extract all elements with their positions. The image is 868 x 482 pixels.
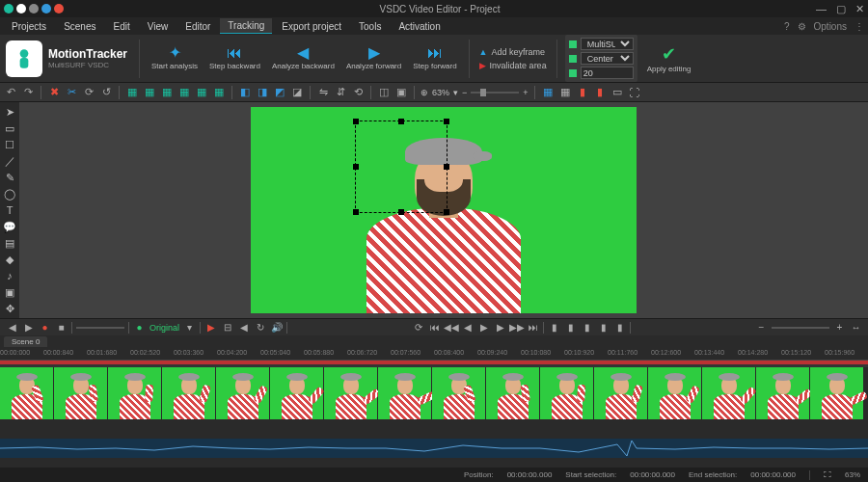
pb-play2-icon[interactable]: ▶	[477, 321, 490, 334]
zoom-in-icon[interactable]: +	[523, 88, 528, 97]
tl-fit-icon[interactable]: ↔	[850, 321, 862, 334]
shape-tool-icon[interactable]: ◆	[3, 253, 16, 266]
move-tool-icon[interactable]: ✥	[3, 302, 16, 315]
audio-tool-icon[interactable]: ♪	[3, 269, 16, 282]
menu-scenes[interactable]: Scenes	[56, 19, 103, 34]
pb-refresh-icon[interactable]: ⟳	[412, 321, 424, 334]
tooltip-tool-icon[interactable]: 💬	[3, 220, 16, 233]
crop-icon[interactable]: ◫	[377, 86, 391, 99]
pb-record-icon[interactable]: ●	[39, 321, 51, 334]
line-tool-icon[interactable]: ／	[3, 154, 16, 168]
pb-marker1-icon[interactable]: ▮	[548, 321, 560, 334]
cut-icon[interactable]: ✂	[65, 86, 78, 99]
pb-fwd-icon[interactable]: ▶	[494, 321, 506, 334]
pen-tool-icon[interactable]: ✎	[3, 171, 16, 184]
bring-front-icon[interactable]: ◩	[273, 86, 286, 99]
menu-tracking[interactable]: Tracking	[220, 18, 272, 34]
timeline-frame[interactable]	[216, 367, 270, 419]
anchor-select[interactable]: Center	[581, 52, 634, 65]
snap-icon[interactable]: ▦	[558, 86, 572, 99]
pb-goto-start-icon[interactable]: ⏮	[428, 321, 441, 334]
timeline-frame[interactable]	[54, 367, 108, 419]
timeline-frame[interactable]	[486, 367, 540, 419]
timeline-thumbnails[interactable]	[0, 367, 868, 439]
pb-cut-start-icon[interactable]: ▶	[204, 321, 217, 334]
pb-marker5-icon[interactable]: ▮	[613, 321, 626, 334]
pb-scrub[interactable]	[76, 327, 124, 329]
redo-icon[interactable]: ↷	[21, 86, 35, 99]
align-top-icon[interactable]: ▦	[177, 86, 191, 99]
apply-editing-button[interactable]: ✔ Apply editing	[641, 41, 697, 75]
step-backward-button[interactable]: ⏮ Step backward	[205, 43, 264, 73]
start-analysis-button[interactable]: ✦ Start analysis	[148, 43, 202, 73]
handle-bot-left[interactable]	[353, 209, 359, 215]
handle-top-mid[interactable]	[398, 119, 404, 124]
flip-v-icon[interactable]: ⇵	[334, 86, 347, 99]
settings-icon[interactable]: ⚙	[798, 21, 806, 32]
record-icon[interactable]	[54, 4, 64, 13]
pb-play-icon[interactable]: ▶	[22, 321, 35, 334]
ruler-icon[interactable]: ▭	[610, 86, 624, 99]
options-label[interactable]: Options	[814, 21, 847, 32]
menu-export-project[interactable]: Export project	[274, 19, 349, 34]
pb-frame-back-icon[interactable]: ◀◀	[445, 321, 457, 334]
pb-stop-icon[interactable]: ■	[55, 321, 68, 334]
pb-goto-end-icon[interactable]: ⏭	[527, 321, 539, 334]
minimize-button[interactable]: —	[816, 3, 827, 15]
handle-top-left[interactable]	[353, 119, 359, 124]
undo-icon[interactable]: ↶	[4, 86, 17, 99]
add-keyframe-button[interactable]: ▲ Add keyframe	[477, 46, 549, 58]
timeline-frame[interactable]	[432, 367, 486, 419]
expand-icon[interactable]: ⛶	[628, 86, 641, 99]
menu-view[interactable]: View	[140, 19, 176, 34]
zoom-dropdown-icon[interactable]: ▾	[453, 88, 458, 97]
save-icon[interactable]	[41, 4, 51, 13]
menu-tools[interactable]: Tools	[351, 19, 389, 34]
counter-tool-icon[interactable]: ▣	[3, 285, 16, 299]
grid-icon[interactable]: ▦	[541, 86, 555, 99]
preview-canvas[interactable]	[251, 107, 637, 313]
status-zoom-icon[interactable]: ⛶	[824, 470, 831, 479]
chart-tool-icon[interactable]: ▤	[3, 236, 16, 250]
align-left-icon[interactable]: ▦	[125, 86, 139, 99]
tl-zoom-out-icon[interactable]: −	[755, 321, 768, 334]
pb-loop-icon[interactable]: ↻	[254, 321, 266, 334]
zoom-out-icon[interactable]: −	[462, 88, 467, 97]
open-icon[interactable]	[29, 4, 39, 13]
ungroup-icon[interactable]: ◨	[256, 86, 269, 99]
text-tool-icon[interactable]: T	[3, 203, 16, 217]
tl-zoom-slider[interactable]	[772, 327, 829, 329]
timeline-frame[interactable]	[108, 367, 162, 419]
pb-back-icon[interactable]: ◀	[461, 321, 474, 334]
timeline-frame[interactable]	[162, 367, 216, 419]
close-button[interactable]: ✕	[855, 3, 864, 15]
pb-prev-icon[interactable]: ◀	[6, 321, 18, 334]
pb-marker2-icon[interactable]: ▮	[564, 321, 577, 334]
help-icon[interactable]: ?	[784, 21, 790, 32]
menu-dropdown-icon[interactable]: ⋮	[854, 21, 864, 32]
tracking-selection-box[interactable]	[355, 120, 448, 213]
handle-mid-left[interactable]	[353, 164, 359, 170]
rectangle-tool-icon[interactable]: ▭	[3, 121, 16, 135]
refresh-icon[interactable]: ⟳	[82, 86, 95, 99]
zoom-slider[interactable]	[471, 92, 519, 94]
ellipse-tool-icon[interactable]: ◯	[3, 187, 16, 201]
handle-bot-right[interactable]	[444, 209, 449, 215]
scene-tab-0[interactable]: Scene 0	[4, 336, 47, 347]
step-forward-button[interactable]: ⏭ Step forward	[409, 43, 460, 73]
analyze-forward-button[interactable]: ▶ Analyze forward	[342, 43, 405, 73]
invalidate-area-button[interactable]: ▶ Invalidate area	[477, 60, 549, 71]
flip-h-icon[interactable]: ⇋	[316, 86, 330, 99]
loop-icon[interactable]: ↺	[99, 86, 113, 99]
image-tool-icon[interactable]: ☐	[3, 138, 16, 151]
algorithm-select[interactable]: MultiSURF	[581, 38, 634, 50]
timeline-frame[interactable]	[0, 367, 54, 419]
send-back-icon[interactable]: ◪	[290, 86, 304, 99]
timeline-frame[interactable]	[540, 367, 594, 419]
timeline-frame[interactable]	[324, 367, 378, 419]
timeline-frame[interactable]	[648, 367, 702, 419]
pb-frame-fwd-icon[interactable]: ▶▶	[510, 321, 523, 334]
maximize-button[interactable]: ▢	[836, 3, 846, 15]
analyze-backward-button[interactable]: ◀ Analyze backward	[268, 43, 339, 73]
pb-split-icon[interactable]: ⊟	[221, 321, 233, 334]
